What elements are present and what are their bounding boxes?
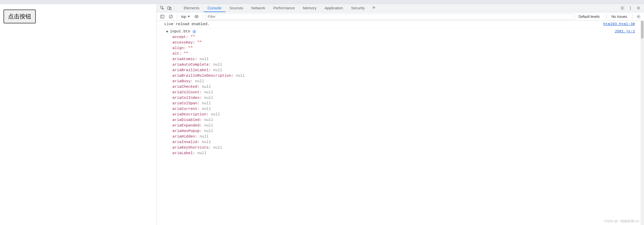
svg-point-3 — [622, 8, 623, 9]
watermark: CSDN @一枕眠秋雨>o< — [604, 219, 639, 223]
object-class-label: input.btn — [170, 29, 190, 34]
property-value: "" — [184, 52, 188, 56]
log-source-link[interactable]: html03.html:38 — [603, 22, 640, 27]
property-key: ariaExpanded: — [172, 123, 202, 128]
expand-triangle-icon — [166, 31, 168, 33]
svg-rect-0 — [161, 6, 163, 8]
property-value: null — [213, 68, 222, 72]
property-row: ariaExpanded: null — [172, 123, 615, 128]
settings-gear-icon[interactable] — [619, 5, 626, 12]
svg-point-5 — [630, 8, 631, 9]
clear-console-icon[interactable] — [167, 13, 174, 20]
svg-rect-7 — [161, 15, 164, 18]
property-row: ariaBrailleRoleDescription: null — [172, 73, 615, 79]
property-row: ariaBusy: null — [172, 79, 615, 84]
kebab-menu-icon[interactable] — [627, 5, 634, 12]
property-row: ariaInvalid: null — [172, 140, 615, 145]
svg-point-11 — [196, 16, 197, 17]
property-value: null — [204, 123, 213, 128]
property-key: ariaKeyShortcuts: — [172, 146, 211, 150]
property-value: null — [200, 57, 209, 61]
property-value: null — [204, 118, 213, 122]
separator — [174, 6, 174, 11]
close-devtools-icon[interactable] — [635, 5, 642, 12]
property-row: ariaKeyShortcuts: null — [172, 145, 615, 151]
console-settings-gear-icon[interactable] — [635, 13, 642, 20]
property-row: ariaAtomic: null — [172, 57, 615, 62]
property-key: ariaDisabled: — [172, 118, 202, 122]
property-row: ariaHasPopup: null — [172, 128, 615, 134]
property-row: ariaColIndex: null — [172, 95, 615, 101]
property-key: ariaInvalid: — [172, 140, 200, 144]
tab-performance[interactable]: Performance — [269, 4, 299, 12]
tab-network[interactable]: Network — [247, 4, 269, 12]
log-levels-select[interactable]: Default levels — [576, 15, 604, 19]
tab-memory[interactable]: Memory — [299, 4, 321, 12]
property-value: null — [200, 134, 209, 139]
object-block: input.btn i accept: ""accessKey: ""align… — [157, 29, 615, 156]
property-row: accept: "" — [172, 34, 615, 40]
property-value: null — [202, 140, 211, 144]
browser-chrome-strip — [0, 0, 644, 4]
property-row: ariaColSpan: null — [172, 101, 615, 106]
property-row: accessKey: "" — [172, 40, 615, 46]
issues-indicator[interactable]: No Issues — [609, 15, 630, 19]
property-value: null — [213, 146, 222, 150]
levels-label: Default levels — [579, 15, 600, 19]
tab-sources[interactable]: Sources — [225, 4, 247, 12]
svg-point-12 — [638, 16, 639, 17]
device-toolbar-icon[interactable] — [166, 5, 173, 12]
page-click-button[interactable]: 点击按钮 — [4, 10, 36, 23]
console-output: Live reload enabled. html03.html:38 inpu… — [157, 21, 644, 225]
inspect-element-icon[interactable] — [159, 5, 166, 12]
property-value: null — [211, 112, 220, 117]
page-viewport: 点击按钮 — [0, 4, 157, 225]
property-key: ariaAutoComplete: — [172, 63, 211, 67]
object-header[interactable]: input.btn i — [166, 29, 615, 34]
property-value: null — [236, 74, 245, 78]
scrollbar-thumb[interactable] — [641, 21, 643, 38]
tab-security[interactable]: Security — [347, 4, 369, 12]
property-key: ariaBrailleRoleDescription: — [172, 74, 234, 78]
tab-elements[interactable]: Elements — [180, 4, 204, 12]
property-row: alt: "" — [172, 51, 615, 57]
console-filter-input[interactable] — [205, 14, 574, 20]
property-value: null — [213, 63, 222, 67]
execution-context-select[interactable]: top — [180, 14, 192, 19]
property-row: ariaAutoComplete: null — [172, 62, 615, 68]
toggle-sidebar-icon[interactable] — [159, 13, 166, 20]
property-key: ariaColCount: — [172, 90, 202, 95]
separator — [203, 14, 203, 19]
property-row: ariaLabel: null — [172, 151, 615, 156]
svg-line-10 — [170, 15, 172, 18]
log-message: Live reload enabled. — [157, 22, 603, 27]
separator — [177, 14, 177, 19]
more-tabs-icon[interactable] — [370, 4, 377, 11]
separator — [632, 14, 632, 19]
property-value: null — [202, 107, 211, 111]
property-key: ariaColSpan: — [172, 101, 200, 106]
property-row: ariaBrailleLabel: null — [172, 68, 615, 73]
property-row: ariaHidden: null — [172, 134, 615, 140]
scrollbar-track[interactable] — [640, 21, 644, 225]
devtools-tabs: Elements Console Sources Network Perform… — [180, 4, 377, 12]
log-source-link[interactable]: JS01.js:2 — [615, 29, 640, 34]
property-value: null — [204, 96, 213, 100]
property-key: ariaAtomic: — [172, 57, 197, 61]
live-expression-eye-icon[interactable] — [193, 13, 200, 20]
svg-point-4 — [630, 6, 631, 7]
property-key: accept: — [172, 35, 188, 39]
devtools-tabbar-right — [619, 5, 644, 12]
property-row: ariaColCount: null — [172, 90, 615, 95]
property-list: accept: ""accessKey: ""align: ""alt: ""a… — [166, 34, 615, 156]
property-key: alt: — [172, 52, 181, 56]
tab-console[interactable]: Console — [204, 4, 225, 12]
info-badge-icon[interactable]: i — [192, 30, 196, 34]
svg-point-6 — [630, 9, 631, 10]
devtools-panel: Elements Console Sources Network Perform… — [157, 4, 644, 225]
property-value: null — [204, 129, 213, 133]
property-value: null — [197, 151, 206, 155]
tab-application[interactable]: Application — [321, 4, 347, 12]
property-row: ariaDisabled: null — [172, 117, 615, 123]
console-toolbar: top Default levels No Issues — [157, 12, 644, 21]
